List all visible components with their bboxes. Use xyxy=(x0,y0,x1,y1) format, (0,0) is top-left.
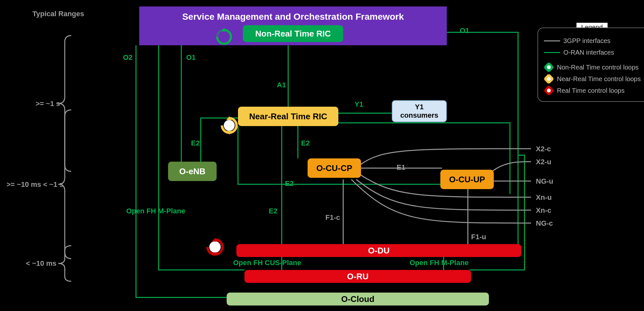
range-1: >= ~1 s xyxy=(36,100,60,108)
edge-ngu: NG-u xyxy=(536,177,553,186)
edge-a1: A1 xyxy=(277,81,286,89)
edge-e2-c: E2 xyxy=(285,179,294,188)
edge-f1c: F1-c xyxy=(325,213,340,222)
near-rt-ric: Near-Real Time RIC xyxy=(238,107,338,126)
edge-e1: E1 xyxy=(397,163,405,172)
legend-nonrt-loop: Non-Real Time control loops xyxy=(544,62,641,72)
y1-consumers: Y1 consumers xyxy=(392,100,447,122)
o-cloud: O-Cloud xyxy=(227,293,489,306)
edge-xnu: Xn-u xyxy=(536,193,552,202)
smo-framework: Service Management and Orchestration Fra… xyxy=(139,6,447,45)
edge-ngc: NG-c xyxy=(536,219,553,228)
typical-ranges-header: Typical Ranges xyxy=(32,10,84,18)
edge-o1-left: O1 xyxy=(186,53,196,62)
svg-point-13 xyxy=(547,89,551,92)
o-enb: O-eNB xyxy=(168,162,217,181)
o-cu-up: O-CU-UP xyxy=(440,170,494,189)
near-rt-loop-icon xyxy=(220,116,238,134)
legend-oran: O-RAN interfaces xyxy=(544,48,641,57)
o-cu-cp: O-CU-CP xyxy=(308,158,361,178)
o-ru: O-RU xyxy=(244,270,471,283)
edge-x2u: X2-u xyxy=(536,158,551,166)
svg-point-5 xyxy=(209,241,220,252)
legend-3gpp: 3GPP interfaces xyxy=(544,36,641,46)
edge-e2-d: E2 xyxy=(269,207,277,215)
legend-rt-loop: Real Time control loops xyxy=(544,86,641,95)
edge-e2-a: E2 xyxy=(191,139,200,147)
edge-open-fh-cus: Open FH CUS-Plane xyxy=(233,259,301,267)
non-rt-loop-icon xyxy=(215,28,233,46)
smo-title: Service Management and Orchestration Fra… xyxy=(182,12,404,22)
o-du: O-DU xyxy=(236,244,521,257)
diagram-stage: Service Management and Orchestration Fra… xyxy=(0,0,644,311)
range-3: < ~10 ms xyxy=(26,259,56,268)
edge-open-fh-m-right: Open FH M-Plane xyxy=(410,259,469,267)
non-rt-ric: Non-Real Time RIC xyxy=(243,25,343,42)
legend: 3GPP interfaces O-RAN interfaces Non-Rea… xyxy=(537,27,644,102)
edge-x2c: X2-c xyxy=(536,145,551,153)
edge-xnc: Xn-c xyxy=(536,206,551,215)
edge-e2-b: E2 xyxy=(301,139,310,147)
svg-point-9 xyxy=(547,65,551,69)
svg-point-0 xyxy=(218,31,230,43)
edge-o1-right: O1 xyxy=(460,27,469,35)
edge-f1u: F1-u xyxy=(471,233,486,241)
range-2: >= ~10 ms < ~1 s xyxy=(6,180,63,189)
edge-open-fh-m-left: Open FH M-Plane xyxy=(126,207,185,215)
svg-point-11 xyxy=(547,77,551,81)
rt-loop-icon xyxy=(206,238,224,256)
edge-o2: O2 xyxy=(123,53,132,62)
svg-point-2 xyxy=(224,120,235,131)
legend-nearrt-loop: Near-Real Time control loops xyxy=(544,74,641,84)
edge-y1: Y1 xyxy=(355,100,363,109)
